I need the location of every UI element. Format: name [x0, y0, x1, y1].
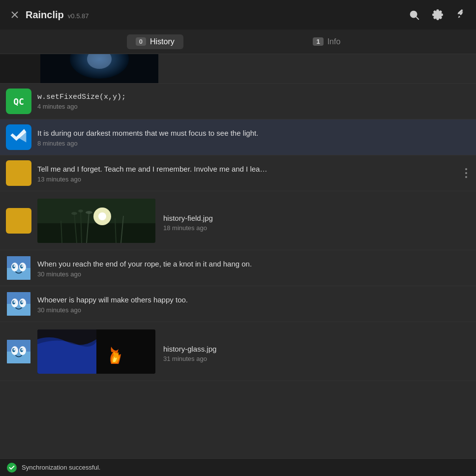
svg-rect-43 [7, 352, 30, 363]
item-icon-finder [6, 339, 31, 364]
image-filename: history-field.jpg [163, 214, 213, 222]
image-filename: history-glass.jpg [163, 345, 216, 353]
item-text: Whoever is happy will make others happy … [37, 295, 470, 305]
item-time: 8 minutes ago [37, 140, 470, 147]
svg-rect-34 [7, 304, 30, 316]
list-item[interactable]: QC w.setFixedSize(x,y); 4 minutes ago [0, 84, 476, 119]
svg-point-19 [71, 212, 77, 215]
image-info: history-glass.jpg 31 minutes ago [163, 341, 216, 362]
tab-history[interactable]: 0 History [127, 34, 183, 49]
list-item[interactable]: history-field.jpg 18 minutes ago [0, 191, 476, 250]
svg-line-3 [416, 17, 418, 19]
item-icon-area [0, 54, 40, 83]
app-version: v0.5.87 [68, 12, 89, 20]
svg-rect-10 [37, 223, 155, 243]
tab-info[interactable]: 1 Info [304, 34, 349, 49]
history-label: History [150, 37, 175, 46]
item-time: 13 minutes ago [37, 176, 470, 183]
title-bar: Rainclip v0.5.87 [0, 0, 476, 30]
item-icon-qc: QC [6, 89, 31, 114]
svg-rect-42 [7, 340, 30, 352]
svg-rect-33 [7, 292, 30, 304]
item-time: 30 minutes ago [37, 270, 470, 278]
image-thumbnail [37, 199, 155, 243]
item-text: It is during our darkest moments that we… [37, 128, 470, 138]
svg-point-49 [22, 349, 23, 351]
svg-point-20 [78, 209, 83, 212]
list-item[interactable]: Whoever is happy will make others happy … [0, 286, 476, 322]
info-label: Info [327, 37, 341, 46]
image-thumbnail [37, 329, 155, 374]
item-icon-vscode [6, 124, 31, 150]
item-text: w.setFixedSize(x,y); [37, 93, 470, 101]
image-time: 18 minutes ago [163, 224, 213, 232]
item-text: Tell me and I forget. Teach me and I rem… [37, 164, 470, 174]
svg-rect-52 [96, 329, 155, 374]
item-icon-bookmark [6, 160, 31, 186]
svg-point-30 [14, 265, 15, 267]
item-thumbnail-partial [40, 54, 158, 84]
list-item[interactable]: history-glass.jpg 31 minutes ago [0, 322, 476, 381]
settings-button[interactable] [431, 8, 445, 22]
item-content: Tell me and I forget. Teach me and I rem… [37, 164, 470, 183]
list-item[interactable]: It is during our darkest moments that we… [0, 119, 476, 155]
info-badge: 1 [313, 37, 323, 46]
list-item[interactable] [0, 54, 476, 84]
item-icon-finder [6, 255, 31, 281]
item-content: It is during our darkest moments that we… [37, 128, 470, 147]
svg-point-39 [14, 301, 15, 303]
content-area: QC w.setFixedSize(x,y); 4 minutes ago It… [0, 54, 476, 458]
image-time: 31 minutes ago [163, 355, 216, 362]
item-space [158, 54, 476, 83]
list-item[interactable]: When you reach the end of your rope, tie… [0, 250, 476, 286]
search-button[interactable] [407, 8, 421, 22]
context-menu-button[interactable] [463, 166, 469, 180]
image-info: history-field.jpg 18 minutes ago [163, 210, 213, 232]
status-text: Synchronization successful. [22, 464, 100, 471]
svg-point-12 [98, 212, 106, 220]
svg-point-48 [14, 349, 15, 351]
item-content: Whoever is happy will make others happy … [37, 295, 470, 314]
item-content: w.setFixedSize(x,y); 4 minutes ago [37, 93, 470, 110]
dot [465, 176, 467, 178]
item-time: 4 minutes ago [37, 103, 470, 110]
status-icon [7, 463, 17, 473]
item-icon-finder [6, 291, 31, 317]
status-bar: Synchronization successful. [0, 458, 476, 476]
dot [465, 168, 467, 170]
svg-rect-24 [7, 268, 30, 280]
history-badge: 0 [136, 37, 146, 46]
item-icon-bookmark [6, 208, 31, 234]
item-content: When you reach the end of your rope, tie… [37, 259, 470, 278]
title-actions [407, 8, 468, 22]
svg-rect-23 [7, 256, 30, 268]
pin-button[interactable] [454, 8, 468, 22]
svg-point-21 [86, 211, 92, 214]
list-item[interactable]: Tell me and I forget. Teach me and I rem… [0, 155, 476, 191]
app-name: Rainclip [26, 9, 64, 21]
item-time: 30 minutes ago [37, 306, 470, 314]
close-button[interactable] [8, 8, 22, 22]
tab-bar: 0 History 1 Info [0, 30, 476, 54]
svg-point-31 [22, 265, 23, 267]
svg-point-40 [22, 301, 23, 303]
app-title: Rainclip v0.5.87 [26, 9, 407, 21]
dot [465, 172, 467, 174]
item-text: When you reach the end of your rope, tie… [37, 259, 470, 269]
